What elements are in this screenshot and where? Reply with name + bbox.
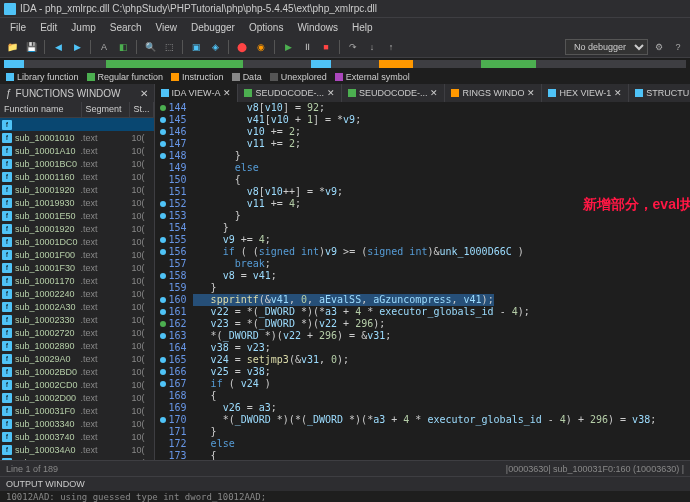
open-icon[interactable]: 📁 (4, 39, 20, 55)
close-icon[interactable]: ✕ (223, 88, 231, 98)
code-line[interactable]: 158 v8 = v41; (155, 270, 690, 282)
back-icon[interactable]: ◀ (50, 39, 66, 55)
search-text-icon[interactable]: 🔍 (142, 39, 158, 55)
fwd-icon[interactable]: ▶ (69, 39, 85, 55)
stop-icon[interactable]: ⬤ (234, 39, 250, 55)
close-icon[interactable]: ✕ (614, 88, 622, 98)
function-row[interactable]: fsub_10003740.text10( (0, 430, 154, 443)
col-name[interactable]: Function name (0, 102, 82, 117)
code-view[interactable]: 144 v8[v10] = 92;145 v41[v10 + 1] = *v9;… (155, 102, 690, 460)
save-icon[interactable]: 💾 (23, 39, 39, 55)
code-line[interactable]: 161 v22 = *(_DWORD *)(*a3 + 4 * executor… (155, 306, 690, 318)
function-row[interactable]: fsub_10001A10.text10( (0, 144, 154, 157)
stop2-icon[interactable]: ■ (318, 39, 334, 55)
function-row[interactable]: fsub_10001920.text10( (0, 222, 154, 235)
menu-windows[interactable]: Windows (291, 20, 344, 35)
code-line[interactable]: 157 break; (155, 258, 690, 270)
help-icon[interactable]: ? (670, 39, 686, 55)
function-row[interactable]: fsub_10001F30.text10( (0, 261, 154, 274)
menu-search[interactable]: Search (104, 20, 148, 35)
code-line[interactable]: 148 } (155, 150, 690, 162)
code-line[interactable]: 159 } (155, 282, 690, 294)
col-start[interactable]: St... (130, 102, 154, 117)
navigation-band[interactable] (4, 60, 686, 68)
code-line[interactable]: 162 v23 = *(_DWORD *)(v22 + 296); (155, 318, 690, 330)
functions-list[interactable]: ffsub_10001010.text10(fsub_10001A10.text… (0, 118, 154, 460)
function-row[interactable]: fsub_10001170.text10( (0, 274, 154, 287)
code-line[interactable]: 171 } (155, 426, 690, 438)
function-row[interactable]: fsub_10002720.text10( (0, 326, 154, 339)
menu-file[interactable]: File (4, 20, 32, 35)
function-row[interactable]: fsub_10003340.text10( (0, 417, 154, 430)
code-line[interactable]: 165 v24 = setjmp3(&v31, 0); (155, 354, 690, 366)
function-row[interactable]: fsub_10001920.text10( (0, 183, 154, 196)
function-row[interactable]: fsub_10001BC0.text10( (0, 157, 154, 170)
function-row[interactable]: fsub_1003B450.text10( (0, 456, 154, 460)
close-icon[interactable]: ✕ (140, 88, 148, 99)
run-icon[interactable]: ▶ (280, 39, 296, 55)
function-row[interactable]: fsub_10002330.text10( (0, 313, 154, 326)
editor-tab[interactable]: HEX VIEW-1 ✕ (542, 84, 629, 102)
code-line[interactable]: 146 v10 += 2; (155, 126, 690, 138)
code-line[interactable]: 170 *(_DWORD *)(*(_DWORD *)(*a3 + 4 * ex… (155, 414, 690, 426)
text-icon[interactable]: A (96, 39, 112, 55)
code-line[interactable]: 169 v26 = a3; (155, 402, 690, 414)
function-row[interactable]: fsub_10002890.text10( (0, 339, 154, 352)
function-row[interactable]: fsub_10002D00.text10( (0, 391, 154, 404)
close-icon[interactable]: ✕ (430, 88, 438, 98)
code-line[interactable]: 173 { (155, 450, 690, 460)
menu-jump[interactable]: Jump (65, 20, 101, 35)
function-row[interactable]: fsub_10029A0.text10( (0, 352, 154, 365)
code-line[interactable]: 153 } (155, 210, 690, 222)
col-segment[interactable]: Segment (82, 102, 130, 117)
code-line[interactable]: 172 else (155, 438, 690, 450)
menu-view[interactable]: View (150, 20, 184, 35)
debugger-select[interactable]: No debugger (565, 39, 648, 55)
function-row[interactable]: fsub_100031F0.text10( (0, 404, 154, 417)
function-row[interactable]: fsub_10019930.text10( (0, 196, 154, 209)
search-hex-icon[interactable]: ⬚ (161, 39, 177, 55)
code-line[interactable]: 156 if ( (signed int)v9 >= (signed int)&… (155, 246, 690, 258)
editor-tab[interactable]: RINGS WINDO ✕ (445, 84, 542, 102)
code-line[interactable]: 160 spprintf(&v41, 0, aEvalSS, aGzuncomp… (155, 294, 690, 306)
proximity-icon[interactable]: ◈ (207, 39, 223, 55)
menu-help[interactable]: Help (346, 20, 379, 35)
function-row[interactable]: fsub_10001010.text10( (0, 131, 154, 144)
function-row[interactable]: fsub_10001F00.text10( (0, 248, 154, 261)
stepout-icon[interactable]: ↑ (383, 39, 399, 55)
bp-icon[interactable]: ◉ (253, 39, 269, 55)
graph-icon[interactable]: ▣ (188, 39, 204, 55)
binary-icon[interactable]: ◧ (115, 39, 131, 55)
code-line[interactable]: 164 v38 = v23; (155, 342, 690, 354)
editor-tab[interactable]: IDA VIEW-A ✕ (155, 84, 239, 102)
function-row[interactable]: fsub_10002CD0.text10( (0, 378, 154, 391)
function-row[interactable]: fsub_10001DC0.text10( (0, 235, 154, 248)
menu-options[interactable]: Options (243, 20, 289, 35)
code-line[interactable]: 168 { (155, 390, 690, 402)
code-line[interactable]: 145 v41[v10 + 1] = *v9; (155, 114, 690, 126)
function-row[interactable]: fsub_10002A30.text10( (0, 300, 154, 313)
code-line[interactable]: 154 } (155, 222, 690, 234)
code-line[interactable]: 151 v8[v10++] = *v9; (155, 186, 690, 198)
code-line[interactable]: 144 v8[v10] = 92; (155, 102, 690, 114)
function-row[interactable]: f (0, 118, 154, 131)
function-row[interactable]: fsub_100034A0.text10( (0, 443, 154, 456)
code-line[interactable]: 163 *(_DWORD *)(v22 + 296) = &v31; (155, 330, 690, 342)
code-line[interactable]: 155 v9 += 4; (155, 234, 690, 246)
code-line[interactable]: 149 else (155, 162, 690, 174)
pause-icon[interactable]: ⏸ (299, 39, 315, 55)
editor-tab[interactable]: SEUDOCODE-... ✕ (238, 84, 342, 102)
code-line[interactable]: 147 v11 += 2; (155, 138, 690, 150)
editor-tab[interactable]: SEUDOCODE-... ✕ (342, 84, 446, 102)
editor-tab[interactable]: STRUCTURES ✕ (629, 84, 690, 102)
function-row[interactable]: fsub_10002240.text10( (0, 287, 154, 300)
code-line[interactable]: 167 if ( v24 ) (155, 378, 690, 390)
cfg-icon[interactable]: ⚙ (651, 39, 667, 55)
code-line[interactable]: 152 v11 += 4; (155, 198, 690, 210)
close-icon[interactable]: ✕ (527, 88, 535, 98)
function-row[interactable]: fsub_10001E50.text10( (0, 209, 154, 222)
function-row[interactable]: fsub_10001160.text10( (0, 170, 154, 183)
close-icon[interactable]: ✕ (327, 88, 335, 98)
stepinto-icon[interactable]: ↓ (364, 39, 380, 55)
code-line[interactable]: 166 v25 = v38; (155, 366, 690, 378)
